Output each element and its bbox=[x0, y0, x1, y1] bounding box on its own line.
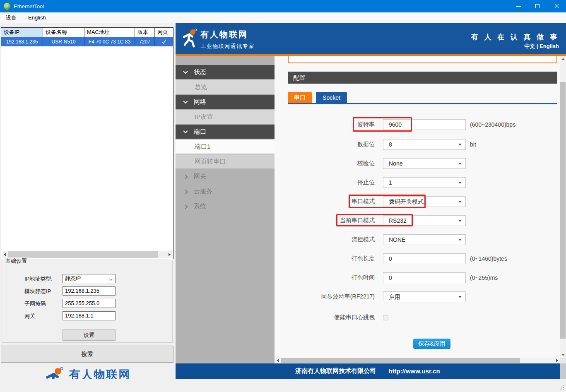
sidebar-item-status[interactable]: 状态 bbox=[176, 65, 275, 79]
sidebar-item-gateway[interactable]: 网关 bbox=[176, 169, 275, 183]
sidebar-item-label: 端口1 bbox=[195, 143, 210, 151]
sidebar-item-port[interactable]: 端口 bbox=[176, 125, 275, 139]
stop-bits-row: 停止位 1 bbox=[275, 177, 560, 188]
flow-control-select[interactable]: NONE bbox=[383, 234, 466, 245]
pack-length-input[interactable]: 0 bbox=[383, 253, 466, 264]
sidebar-item-ip-settings[interactable]: IP设置 bbox=[176, 110, 275, 124]
tab-underline bbox=[288, 103, 557, 104]
current-mode-select[interactable]: RS232 bbox=[383, 215, 466, 226]
minimize-button[interactable] bbox=[509, 0, 528, 12]
web-hscrollbar[interactable] bbox=[275, 358, 560, 363]
sidebar-item-network[interactable]: 网络 bbox=[176, 95, 275, 109]
scroll-left-icon[interactable] bbox=[275, 358, 280, 363]
data-bits-label: 数据位 bbox=[275, 141, 375, 148]
serial-mode-row: 串口模式 拨码开关模式 bbox=[275, 196, 560, 207]
sidebar-item-label: 总览 bbox=[195, 83, 207, 91]
sidebar-item-web-to-serial[interactable]: 网页转串口 bbox=[176, 154, 275, 168]
basic-settings-group: 基础设置 IP地址类型: 静态IP 模块静态IP 192.168.1.235 子… bbox=[2, 261, 173, 343]
set-button[interactable]: 设置 bbox=[63, 329, 116, 341]
scroll-up-icon[interactable] bbox=[560, 56, 566, 62]
sidebar-item-cloud[interactable]: 云服务 bbox=[176, 184, 275, 198]
app-icon bbox=[4, 3, 10, 10]
footer-company: 济南有人物联网技术有限公司 bbox=[295, 367, 376, 375]
device-table-header: 设备IP 设备名称 MAC地址 版本 网页 bbox=[1, 28, 173, 37]
device-webpage: 有人物联网 工业物联网通讯专家 有 人 在 认 真 做 事 中文 | Engli… bbox=[176, 23, 566, 379]
subnet-row: 子网掩码 255.255.255.0 bbox=[2, 299, 172, 308]
subnet-field[interactable]: 255.255.255.0 bbox=[63, 299, 116, 308]
gateway-row: 网关 192.168.1.1 bbox=[2, 311, 172, 320]
data-bits-select[interactable]: 8 bbox=[383, 139, 466, 150]
scroll-right-icon[interactable] bbox=[554, 358, 560, 363]
flow-control-row: 流控模式 NONE bbox=[275, 234, 560, 245]
column-version[interactable]: 版本 bbox=[135, 28, 155, 37]
scrollbar-thumb[interactable] bbox=[560, 82, 566, 339]
dropdown-arrow-icon bbox=[458, 201, 462, 203]
gateway-label: 网关 bbox=[24, 313, 35, 320]
subnet-label: 子网掩码 bbox=[24, 300, 46, 308]
maximize-button[interactable] bbox=[528, 0, 547, 12]
web-vscrollbar[interactable] bbox=[560, 56, 566, 358]
menu-device[interactable]: 设备 bbox=[0, 12, 22, 23]
sidebar-item-label: 网关 bbox=[194, 173, 206, 180]
column-device-name[interactable]: 设备名称 bbox=[43, 28, 84, 37]
search-button[interactable]: 搜索 bbox=[1, 346, 173, 363]
web-slogan: 工业物联网通讯专家 bbox=[200, 43, 255, 50]
heartbeat-checkbox[interactable] bbox=[383, 315, 388, 320]
chevron-down-icon bbox=[109, 277, 113, 281]
menu-english[interactable]: English bbox=[22, 12, 52, 23]
scroll-down-icon[interactable] bbox=[560, 352, 566, 358]
sync-baud-select[interactable]: 启用 bbox=[383, 291, 466, 302]
pack-time-input[interactable]: 0 bbox=[383, 272, 466, 283]
footer-url[interactable]: http://www.usr.cn bbox=[388, 368, 440, 375]
sidebar-item-system[interactable]: 系统 bbox=[176, 199, 275, 213]
data-bits-hint: bit bbox=[470, 141, 476, 148]
current-mode-label: 当前串口模式 bbox=[275, 217, 375, 224]
dropdown-arrow-icon bbox=[458, 163, 462, 165]
pack-length-row: 打包长度 0 (0~1460)bytes bbox=[275, 253, 560, 264]
baud-rate-hint: (600~230400)bps bbox=[470, 121, 515, 128]
baud-rate-input[interactable]: 9600 bbox=[383, 119, 466, 130]
chevron-right-icon bbox=[183, 175, 188, 179]
parity-label: 校验位 bbox=[275, 160, 375, 167]
scrollbar-corner bbox=[560, 363, 566, 379]
minimize-icon bbox=[516, 6, 521, 7]
parity-value: None bbox=[389, 160, 402, 167]
tab-serial[interactable]: 串口 bbox=[288, 92, 312, 103]
serial-mode-select[interactable]: 拨码开关模式 bbox=[383, 196, 466, 207]
sidebar-item-port1[interactable]: 端口1 bbox=[176, 139, 275, 154]
static-ip-label: 模块静态IP bbox=[24, 288, 51, 295]
close-button[interactable] bbox=[547, 0, 566, 12]
save-apply-button[interactable]: 保存&应用 bbox=[413, 339, 450, 349]
column-device-ip[interactable]: 设备IP bbox=[1, 28, 43, 37]
ip-type-select[interactable]: 静态IP bbox=[63, 274, 116, 283]
baud-rate-row: 波特率 9600 (600~230400)bps bbox=[275, 119, 560, 130]
static-ip-field[interactable]: 192.168.1.235 bbox=[63, 286, 116, 296]
resize-grip[interactable] bbox=[559, 385, 564, 390]
sync-baud-row: 同步波特率(RF2217) 启用 bbox=[275, 291, 560, 302]
sidebar-item-overview[interactable]: 总览 bbox=[176, 80, 275, 94]
sync-baud-value: 启用 bbox=[389, 293, 400, 300]
open-webpage-icon[interactable] bbox=[161, 39, 167, 44]
gateway-field[interactable]: 192.168.1.1 bbox=[63, 311, 116, 320]
language-switch[interactable]: 中文 | English bbox=[524, 43, 559, 50]
usr-person-icon bbox=[181, 28, 198, 48]
dropdown-arrow-icon bbox=[458, 220, 462, 222]
column-webpage[interactable]: 网页 bbox=[155, 28, 173, 37]
scroll-right-icon[interactable] bbox=[166, 251, 173, 258]
stop-bits-select[interactable]: 1 bbox=[383, 177, 466, 188]
scrollbar-thumb[interactable] bbox=[8, 251, 158, 258]
cell-device-ip: 192.168.1.235 bbox=[1, 37, 43, 46]
serial-mode-label: 串口模式 bbox=[275, 198, 375, 205]
window-title: EthernetTool bbox=[14, 3, 44, 10]
column-mac[interactable]: MAC地址 bbox=[84, 28, 135, 37]
baud-rate-label: 波特率 bbox=[275, 121, 375, 128]
pack-time-hint: (0~255)ms bbox=[470, 274, 498, 281]
sidebar-item-label: 状态 bbox=[194, 68, 206, 76]
window-bottom-strip bbox=[0, 379, 566, 392]
parity-select[interactable]: None bbox=[383, 158, 466, 169]
scrollbar-thumb[interactable] bbox=[281, 358, 520, 363]
tab-socket[interactable]: Socket bbox=[316, 92, 347, 103]
table-row[interactable]: 192.168.1.235 USR-N510 F4 70 0C 73 1C 83… bbox=[1, 37, 173, 46]
titlebar: EthernetTool bbox=[0, 0, 566, 12]
sync-baud-label: 同步波特率(RF2217) bbox=[275, 293, 375, 301]
